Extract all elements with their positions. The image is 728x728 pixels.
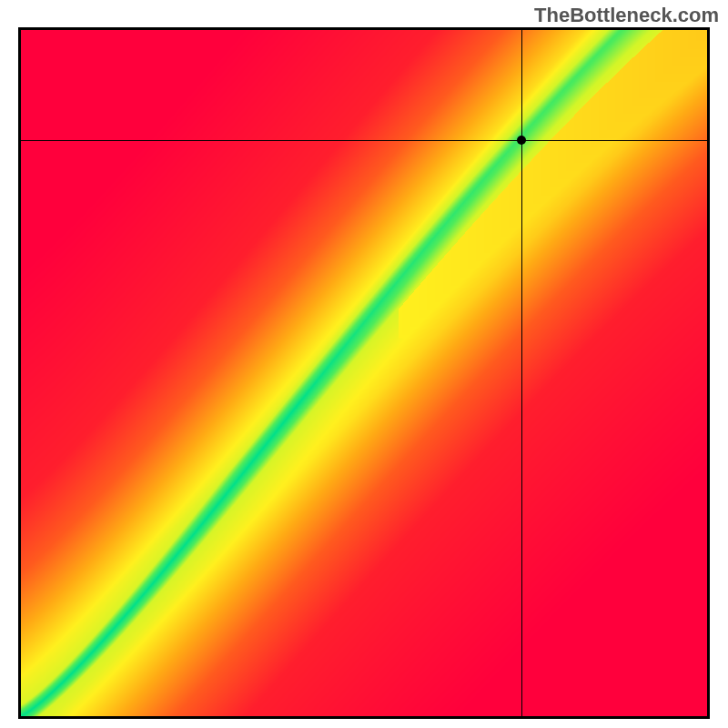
crosshair-horizontal <box>21 140 707 141</box>
bottleneck-heatmap <box>21 30 707 716</box>
crosshair-vertical <box>521 30 522 716</box>
plot-frame <box>18 27 710 719</box>
watermark-text: TheBottleneck.com <box>534 4 719 27</box>
selection-marker <box>517 136 526 145</box>
